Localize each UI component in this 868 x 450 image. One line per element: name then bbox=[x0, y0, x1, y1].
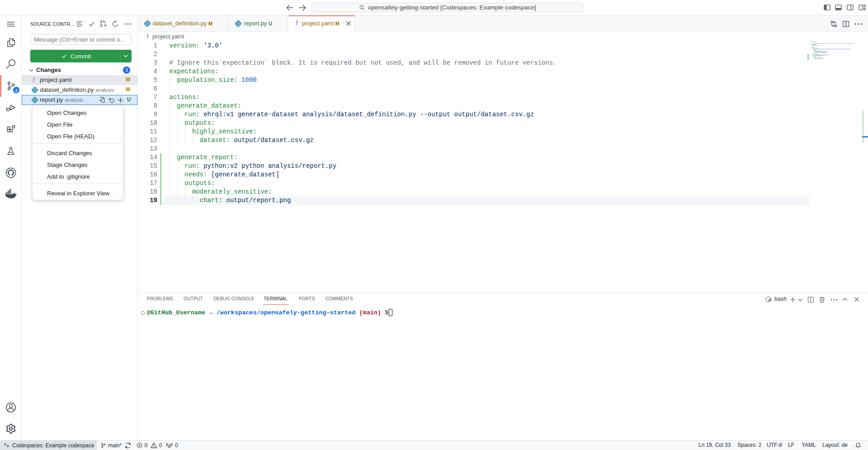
svg-text:$: $ bbox=[769, 299, 770, 302]
